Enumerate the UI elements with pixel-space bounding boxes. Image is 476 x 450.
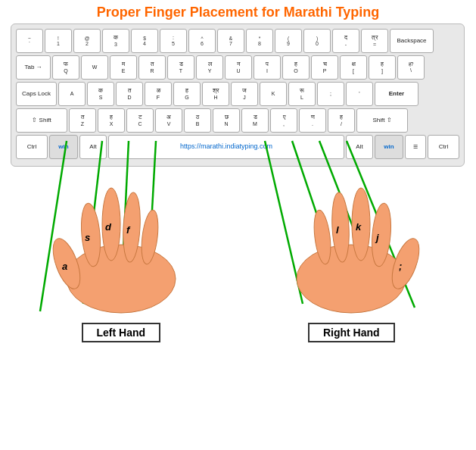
key-1: !1	[45, 29, 72, 53]
key-enter: Enter	[375, 82, 418, 106]
left-hand-label: Left Hand	[82, 323, 161, 342]
key-bracket-l: क्ष[	[340, 55, 367, 80]
key-c: टC	[126, 108, 154, 133]
main-content: ~` !1 @2 क3 $4 :5 ^6 &7 *8 (9 )0 द- त्र=…	[0, 23, 476, 342]
key-win-left: win	[49, 135, 78, 159]
key-ctrl-right: Ctrl	[428, 135, 459, 159]
key-g: हG	[173, 82, 201, 106]
keyboard: ~` !1 @2 क3 $4 :5 ^6 &7 *8 (9 )0 द- त्र=…	[11, 23, 465, 167]
right-hand-label: Right Hand	[308, 323, 395, 342]
key-ctrl-left: Ctrl	[16, 135, 48, 159]
finger-d-label: d	[105, 221, 112, 233]
key-slash: ह/	[328, 108, 355, 133]
left-hand-svg: a s d f	[45, 173, 197, 317]
finger-k-label: k	[356, 221, 362, 233]
key-menu: ☰	[405, 135, 426, 159]
key-l: रूL	[288, 82, 316, 106]
key-backspace: Backspace	[390, 29, 434, 53]
key-8: *8	[246, 29, 273, 53]
key-e: मE	[110, 55, 137, 80]
key-shift-left: ⇧ Shift	[16, 108, 67, 133]
key-equals: त्र=	[361, 29, 388, 53]
hands-section: a s d f Left Hand	[0, 173, 476, 342]
svg-point-8	[67, 245, 176, 313]
key-2: @2	[73, 29, 101, 53]
key-alt-left: Alt	[79, 135, 107, 159]
key-y: लY	[196, 55, 223, 80]
key-minus: द-	[332, 29, 359, 53]
key-row-4: ⇧ Shift तZ हX टC अV ठB छN डM ए, ण. ह/ Sh…	[16, 108, 459, 133]
key-5: :5	[160, 29, 187, 53]
key-6: ^6	[188, 29, 216, 53]
key-semicolon: ;	[317, 82, 344, 106]
key-tilde: ~`	[16, 29, 43, 53]
key-n: छN	[213, 108, 240, 133]
key-s: कS	[87, 82, 114, 106]
key-v: अV	[155, 108, 182, 133]
key-row-5: Ctrl win Alt https://marathi.indiatyping…	[16, 135, 459, 159]
key-period: ण.	[299, 108, 326, 133]
key-h: श्रH	[202, 82, 229, 106]
key-row-3: Caps Lock A कS तD ळF हG श्रH जJ K रूL ; …	[16, 82, 459, 106]
key-w: W	[81, 55, 108, 80]
finger-l-label: l	[336, 224, 339, 236]
key-f: ळF	[145, 82, 172, 106]
key-j: जJ	[231, 82, 258, 106]
svg-point-14	[297, 245, 406, 313]
left-hand-container: a s d f Left Hand	[8, 173, 235, 342]
key-x: हX	[98, 108, 125, 133]
key-t: डT	[167, 55, 194, 80]
key-shift-right: Shift ⇧	[356, 108, 408, 133]
key-row-2: Tab → फQ W मE तR डT लY नU पI हO चP क्ष[ …	[16, 55, 459, 80]
key-i: पI	[254, 55, 281, 80]
key-z: तZ	[69, 108, 96, 133]
finger-s-label: s	[85, 232, 90, 243]
finger-semi-label: ;	[399, 261, 402, 272]
finger-a-label: a	[62, 261, 67, 272]
key-url-display: https://marathi.indiatyping.com	[108, 135, 344, 159]
key-4: $4	[131, 29, 158, 53]
key-7: &7	[217, 29, 244, 53]
key-b: ठB	[184, 108, 211, 133]
key-win-right: win	[375, 135, 403, 159]
key-d: तD	[116, 82, 143, 106]
page-title: Proper Finger Placement for Marathi Typi…	[0, 0, 476, 23]
key-bracket-r: ह]	[369, 55, 396, 80]
key-tab: Tab →	[16, 55, 51, 80]
key-q: फQ	[52, 55, 79, 80]
key-k: K	[260, 82, 287, 106]
key-m: डM	[241, 108, 269, 133]
key-quote: '	[346, 82, 373, 106]
key-a: A	[58, 82, 86, 106]
key-caps-lock: Caps Lock	[16, 82, 57, 106]
key-9: (9	[275, 29, 302, 53]
key-o: हO	[282, 55, 310, 80]
right-hand-svg: j k l ;	[275, 173, 427, 317]
key-p: चP	[311, 55, 338, 80]
key-u: नU	[225, 55, 252, 80]
key-comma: ए,	[270, 108, 297, 133]
key-r: तR	[138, 55, 166, 80]
key-backslash: ह?\	[397, 55, 425, 80]
key-row-1: ~` !1 @2 क3 $4 :5 ^6 &7 *8 (9 )0 द- त्र=…	[16, 29, 459, 53]
key-0: )0	[303, 29, 331, 53]
right-hand-container: j k l ; Right Hand	[235, 173, 468, 342]
key-3: क3	[102, 29, 129, 53]
key-alt-right: Alt	[346, 135, 373, 159]
